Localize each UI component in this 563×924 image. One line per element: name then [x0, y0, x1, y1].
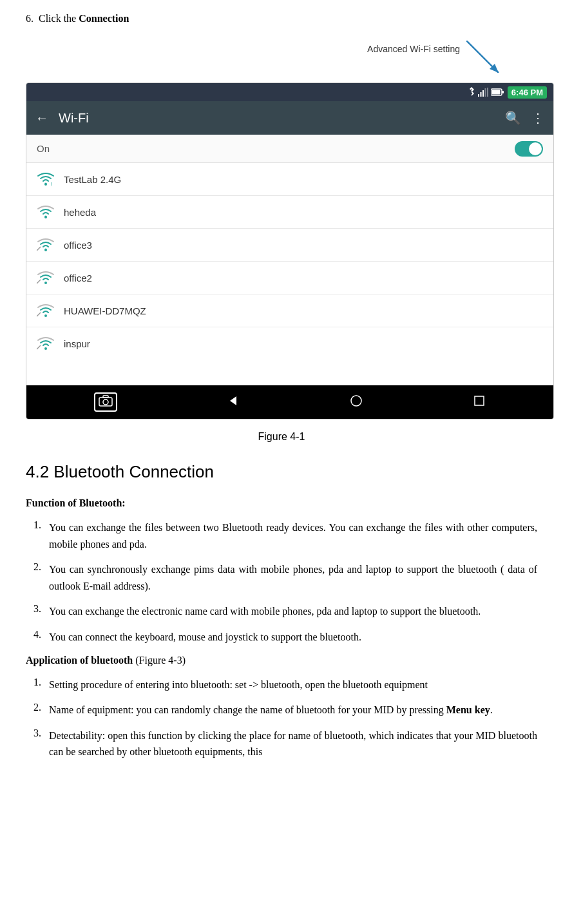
wifi-on-row: On: [26, 135, 553, 163]
phone-screenshot: 6:46 PM ← Wi-Fi 🔍 ⋮ On ! TestLab 2.4G: [26, 82, 554, 419]
list-item-3: 3. You can exchange the electronic name …: [26, 603, 537, 620]
app-list-text-2: Name of equipment: you can randomly chan…: [49, 702, 537, 718]
app-list-item-1: 1. Setting procedure of entering into bl…: [26, 677, 537, 693]
svg-rect-8: [502, 91, 504, 93]
network-list: ! TestLab 2.4G heheda offi: [26, 163, 553, 360]
status-time: 6:46 PM: [508, 86, 547, 99]
svg-text:!: !: [51, 181, 53, 186]
list-text-2: You can synchronously exchange pims data…: [49, 561, 537, 594]
network-item-5[interactable]: inspur: [26, 327, 553, 360]
svg-rect-6: [487, 88, 488, 97]
wifi-signal-icon-2: [37, 238, 55, 252]
svg-point-12: [44, 216, 47, 218]
function-bluetooth-heading: Function of Bluetooth:: [26, 497, 537, 509]
step-title-bold: Connection: [79, 13, 129, 24]
list-item-4: 4. You can connect the keyboard, mouse a…: [26, 629, 537, 646]
wifi-header: ← Wi-Fi 🔍 ⋮: [26, 101, 553, 135]
svg-point-10: [44, 183, 47, 186]
svg-point-22: [103, 399, 108, 405]
back-nav-icon[interactable]: [226, 394, 240, 410]
app-heading-bold: Application of bluetooth: [26, 655, 133, 666]
back-button[interactable]: ←: [35, 111, 48, 126]
wifi-signal-icon-3: [37, 271, 55, 285]
search-icon[interactable]: 🔍: [505, 110, 521, 126]
wifi-signal-icon-1: [37, 205, 55, 219]
wifi-signal-icon-0: !: [37, 172, 55, 186]
more-options-icon[interactable]: ⋮: [531, 110, 544, 126]
list-item-2: 2. You can synchronously exchange pims d…: [26, 561, 537, 594]
list-text-1: You can exchange the files between two B…: [49, 519, 537, 552]
step-title: Click the Connection: [39, 13, 129, 24]
function-heading-label: Function of Bluetooth:: [26, 497, 126, 508]
app-list-text-3: Detectability: open this function by cli…: [49, 727, 537, 760]
app-list-num-2: 2.: [26, 702, 41, 713]
home-nav-icon[interactable]: [349, 394, 363, 410]
annotation-arrow-icon: [466, 41, 518, 73]
app-heading-normal: (Figure 4-3): [133, 655, 186, 666]
network-name-2: office3: [64, 240, 92, 251]
svg-rect-23: [103, 396, 108, 398]
step-header: 6. Click the Connection: [26, 13, 537, 24]
app-list-item-3: 3. Detectability: open this function by …: [26, 727, 537, 760]
wifi-on-label: On: [37, 143, 515, 154]
app-list-text-1: Setting procedure of entering into bluet…: [49, 677, 537, 693]
svg-line-18: [37, 313, 41, 316]
svg-point-15: [44, 282, 47, 284]
svg-line-16: [37, 280, 41, 284]
annotation-area: Advanced Wi-Fi setting: [26, 37, 537, 76]
svg-line-20: [37, 345, 41, 349]
step-number: 6.: [26, 13, 33, 24]
wifi-signal-icon-4: [37, 303, 55, 318]
network-item-1[interactable]: heheda: [26, 196, 553, 229]
svg-rect-3: [480, 92, 481, 97]
svg-line-14: [37, 247, 41, 251]
svg-point-19: [44, 347, 47, 350]
svg-rect-2: [478, 94, 479, 97]
bottom-nav: [26, 385, 553, 419]
wifi-toggle[interactable]: [515, 141, 543, 157]
network-item-4[interactable]: HUAWEI-DD7MQZ: [26, 294, 553, 327]
app-list-num-3: 3.: [26, 727, 41, 739]
network-item-3[interactable]: office2: [26, 262, 553, 294]
svg-marker-24: [230, 396, 236, 405]
svg-point-13: [44, 249, 47, 251]
wifi-action-icons: 🔍 ⋮: [505, 110, 544, 126]
application-bluetooth-heading: Application of bluetooth (Figure 4-3): [26, 655, 537, 666]
battery-status-icon: [491, 88, 504, 96]
list-text-4: You can connect the keyboard, mouse and …: [49, 629, 537, 646]
camera-nav-icon[interactable]: [94, 392, 117, 412]
network-name-3: office2: [64, 273, 92, 284]
recent-nav-icon[interactable]: [472, 394, 486, 410]
step-title-prefix: Click the: [39, 13, 79, 24]
app-list-text-2-prefix: Name of equipment: you can randomly chan…: [49, 704, 446, 715]
svg-rect-9: [491, 90, 500, 95]
list-num-1: 1.: [26, 519, 41, 531]
app-list-text-2-suffix: .: [490, 704, 493, 715]
wifi-title: Wi-Fi: [59, 111, 495, 126]
list-text-3: You can exchange the electronic name car…: [49, 603, 537, 620]
section-heading: 4.2 Bluetooth Connection: [26, 462, 537, 482]
network-name-0: TestLab 2.4G: [64, 174, 121, 185]
network-item-2[interactable]: office3: [26, 229, 553, 262]
bluetooth-status-icon: [468, 87, 475, 97]
list-item-1: 1. You can exchange the files between tw…: [26, 519, 537, 552]
list-num-2: 2.: [26, 561, 41, 573]
app-list-item-2: 2. Name of equipment: you can randomly c…: [26, 702, 537, 718]
status-icons: [468, 87, 504, 97]
list-num-4: 4.: [26, 629, 41, 640]
app-list-text-2-bold: Menu key: [446, 704, 490, 715]
figure-caption: Figure 4-1: [26, 431, 537, 443]
network-name-1: heheda: [64, 207, 96, 218]
list-num-3: 3.: [26, 603, 41, 615]
svg-point-17: [44, 314, 47, 317]
app-list-num-1: 1.: [26, 677, 41, 688]
svg-rect-4: [482, 90, 484, 97]
screen-spacer: [26, 360, 553, 385]
svg-point-25: [351, 396, 361, 406]
svg-rect-5: [484, 88, 486, 97]
network-item-0[interactable]: ! TestLab 2.4G: [26, 163, 553, 196]
signal-status-icon: [478, 88, 488, 97]
status-bar: 6:46 PM: [26, 83, 553, 101]
network-name-4: HUAWEI-DD7MQZ: [64, 305, 146, 316]
wifi-signal-icon-5: [37, 336, 55, 351]
